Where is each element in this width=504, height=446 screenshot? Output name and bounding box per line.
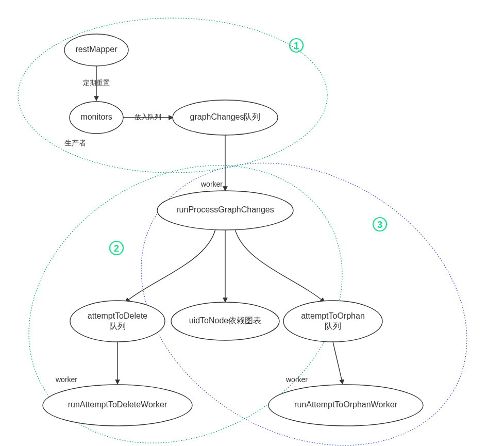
annotation-worker-2: worker <box>55 375 77 384</box>
node-restmapper-label: restMapper <box>76 45 118 54</box>
node-runattempttoorphanworker-label: runAttemptToOrphanWorker <box>294 400 397 409</box>
node-attempttodelete <box>70 301 165 342</box>
node-graphchanges-label: graphChanges队列 <box>190 112 261 121</box>
annotation-producer: 生产者 <box>64 139 86 147</box>
node-attempttodelete-label1: attemptToDelete <box>88 311 148 320</box>
node-attempttoorphan-label1: attemptToOrphan <box>301 311 365 320</box>
node-attempttoorphan-label2: 队列 <box>325 322 341 331</box>
badge-1-label: 1 <box>294 41 299 51</box>
edge-label-reset: 定期重置 <box>83 79 110 87</box>
node-monitors-label: monitors <box>80 112 112 121</box>
annotation-worker-3: worker <box>285 375 308 384</box>
badge-2-label: 2 <box>114 243 119 254</box>
node-runprocessgraphchanges-label: runProcessGraphChanges <box>176 205 274 214</box>
edge-runprocess-attemptdelete <box>125 229 215 302</box>
node-uidtonode-label: uidToNode依赖图表 <box>189 316 262 325</box>
node-attempttodelete-label2: 队列 <box>109 322 126 331</box>
diagram-canvas: 定期重置 放入队列 restMapper monitors graphChang… <box>0 0 504 446</box>
edge-label-enqueue: 放入队列 <box>135 113 161 121</box>
node-attempttoorphan <box>283 301 382 342</box>
badge-3-label: 3 <box>377 220 382 230</box>
edge-attemptorphan-orphanworker <box>333 342 343 384</box>
node-runattempttodeleteworker-label: runAttemptToDeleteWorker <box>68 400 167 409</box>
annotation-worker-1: worker <box>200 180 223 188</box>
edge-runprocess-attemptorphan <box>235 229 325 302</box>
group-1-ellipse <box>18 18 327 173</box>
